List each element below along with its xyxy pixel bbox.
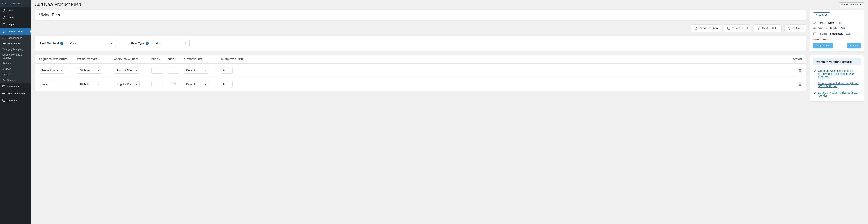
filter-icon — [757, 26, 761, 30]
sidebar-label: Comments — [7, 85, 20, 88]
premium-item: ✓ Generate Unlimited Products (Free vers… — [813, 68, 861, 80]
sidebar-item-woocommerce[interactable]: WooCommerce — [0, 90, 31, 97]
calendar-icon — [813, 32, 816, 35]
screen-options-button[interactable]: Screen Options ▼ — [839, 2, 864, 7]
header-action: ACTION — [248, 58, 802, 61]
filter-select[interactable]: Default — [184, 67, 209, 74]
premium-item: ✓ Detailed Product Attributes (Size, Gen… — [813, 89, 861, 99]
attributes-table: REQUIRED ATTRIBUTES* ATTRIBUTE TYPE* ASS… — [35, 55, 806, 91]
sidebar-item-posts[interactable]: Posts — [0, 7, 31, 14]
svg-point-5 — [5, 32, 5, 33]
sidebar-item-media[interactable]: Media — [0, 14, 31, 21]
svg-point-7 — [3, 100, 4, 100]
dashboard-icon — [2, 2, 6, 5]
sidebar-item-pages[interactable]: Pages — [0, 21, 31, 28]
type-select[interactable]: XML — [153, 40, 189, 47]
limit-input[interactable] — [221, 67, 232, 74]
premium-link[interactable]: Generate Unlimited Products (Free versio… — [818, 69, 860, 79]
sidebar-item-products[interactable]: Products — [0, 97, 31, 104]
sub-item-support[interactable]: Support — [0, 66, 31, 72]
sidebar-label: Products — [7, 99, 17, 102]
merchant-select[interactable]: Vivino — [67, 40, 116, 47]
sidebar-item-dashboard[interactable]: Dashboard — [0, 0, 31, 7]
sub-item-category-mapping[interactable]: Category Mapping — [0, 46, 31, 52]
assigned-select[interactable]: Regular Price — [114, 81, 140, 87]
woo-icon — [2, 91, 6, 95]
sidebar-item-comments[interactable]: Comments — [0, 83, 31, 90]
toolbar-label: Settings — [793, 27, 803, 30]
edit-schedule-link[interactable]: Edit — [846, 32, 850, 35]
feed-title-box[interactable]: Vivino Feed — [35, 9, 806, 21]
prefix-input[interactable] — [152, 81, 163, 87]
svg-point-1 — [3, 17, 4, 19]
type-select[interactable]: Attribute — [77, 81, 102, 87]
suffix-input[interactable] — [167, 81, 179, 87]
assigned-select[interactable]: Product Title — [114, 67, 140, 74]
premium-link[interactable]: Detailed Product Attributes (Size, Gende… — [818, 91, 860, 97]
sub-item-settings[interactable]: Settings — [0, 60, 31, 66]
product-filter-button[interactable]: Product Filter — [754, 24, 782, 32]
table-row: Price Attribute Regular Price Default — [35, 77, 806, 91]
sidebar-item-product-feed[interactable]: Product Feed — [0, 28, 31, 35]
sub-item-license[interactable]: License — [0, 72, 31, 77]
documentation-button[interactable]: Documentation — [691, 24, 721, 32]
check-icon: ✓ — [814, 91, 816, 97]
delete-row-button[interactable] — [798, 82, 802, 86]
required-select[interactable]: Price — [39, 81, 64, 87]
help-icon[interactable]: ? — [60, 42, 63, 45]
schedule-row: Publish immediately Edit — [813, 31, 861, 36]
limit-input[interactable] — [221, 81, 232, 87]
sub-item-all-feeds[interactable]: All Product Feeds — [0, 35, 31, 40]
header-type: ATTRIBUTE TYPE* — [77, 58, 114, 61]
feed-title-input[interactable]: Vivino Feed — [39, 12, 802, 18]
type-selector-group: Feed Type ? XML — [131, 40, 189, 47]
eye-icon — [813, 27, 816, 30]
chevron-down-icon — [60, 83, 62, 85]
screen-options-label: Screen Options — [841, 3, 859, 6]
toolbar-label: Troubleshoot — [732, 27, 748, 30]
sidebar-label: Posts — [7, 9, 14, 12]
type-label: Feed Type ? — [131, 42, 149, 45]
toolbar-label: Product Filter — [762, 27, 778, 30]
delete-row-button[interactable] — [798, 68, 802, 72]
header-required: REQUIRED ATTRIBUTES* — [39, 58, 77, 61]
chevron-down-icon — [111, 42, 113, 45]
table-row: Product name Attribute Product Title Def… — [35, 63, 806, 77]
save-draft-button[interactable]: Save Draft — [813, 12, 830, 18]
settings-button[interactable]: Settings — [784, 24, 806, 32]
purge-cache-button[interactable]: Purge Cache — [813, 43, 833, 49]
required-select[interactable]: Product name — [39, 67, 65, 74]
admin-sidebar: Dashboard Posts Media Pages Product Feed… — [0, 0, 31, 224]
type-select[interactable]: Attribute — [77, 67, 102, 74]
pin-icon — [2, 8, 6, 12]
suffix-input[interactable] — [167, 67, 179, 74]
edit-visibility-link[interactable]: Edit — [840, 27, 845, 30]
header-limit: CHARACTER LIMIT — [221, 58, 248, 61]
table-header: REQUIRED ATTRIBUTES* ATTRIBUTE TYPE* ASS… — [35, 55, 806, 63]
top-bar: Add New Product Feed Screen Options ▼ — [35, 2, 864, 7]
page-title: Add New Product Feed — [35, 2, 81, 7]
premium-link[interactable]: Unique Product Identifiers (Brand, GTIN,… — [818, 82, 860, 88]
svg-point-10 — [789, 28, 790, 29]
tag-icon — [2, 99, 6, 103]
sidebar-submenu: All Product Feeds Add New Feed Category … — [0, 35, 31, 83]
prefix-input[interactable] — [152, 67, 163, 74]
help-icon[interactable]: ? — [146, 42, 149, 45]
move-to-trash-link[interactable]: Move to Trash — [813, 38, 829, 41]
sub-item-get-started[interactable]: Get Started — [0, 77, 31, 83]
select-value: Vivino — [70, 42, 78, 45]
sub-item-google-merchant[interactable]: Google Merchant Settings — [0, 52, 31, 60]
edit-status-link[interactable]: Edit — [837, 21, 841, 24]
svg-rect-6 — [2, 93, 5, 94]
troubleshoot-button[interactable]: Troubleshoot — [724, 24, 751, 32]
status-row: Status: Draft Edit — [813, 20, 861, 26]
document-icon — [694, 26, 698, 30]
filter-select[interactable]: Default — [184, 81, 209, 87]
key-icon — [813, 21, 816, 24]
publish-button[interactable]: Publish — [847, 43, 861, 49]
check-icon: ✓ — [814, 82, 816, 88]
sub-item-add-new[interactable]: Add New Feed — [0, 40, 31, 46]
media-icon — [2, 16, 6, 20]
sidebar-label: Pages — [7, 23, 14, 26]
sidebar-label: Media — [7, 16, 14, 19]
